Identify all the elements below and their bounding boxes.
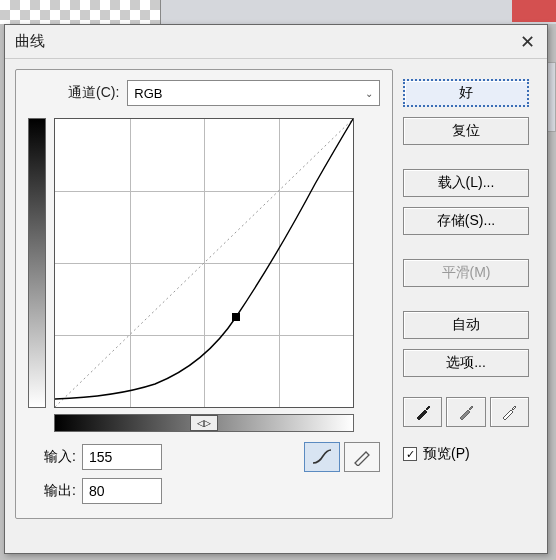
chevron-down-icon: ⌄ bbox=[365, 88, 373, 99]
curve-tool-group bbox=[304, 442, 380, 472]
preview-label: 预览(P) bbox=[423, 445, 470, 463]
svg-line-1 bbox=[366, 452, 369, 455]
curve-tool-button[interactable] bbox=[304, 442, 340, 472]
curve-control-point[interactable] bbox=[232, 313, 240, 321]
eyedropper-gray-button[interactable] bbox=[446, 397, 485, 427]
eyedropper-group bbox=[403, 397, 529, 427]
svg-line-0 bbox=[55, 119, 353, 407]
preview-row: ✓ 预览(P) bbox=[403, 445, 529, 463]
dialog-content: 通道(C): RGB ⌄ bbox=[5, 59, 547, 529]
curve-area bbox=[28, 118, 380, 408]
eyedropper-white-icon bbox=[500, 403, 518, 421]
input-field[interactable]: 155 bbox=[82, 444, 162, 470]
close-icon[interactable]: ✕ bbox=[516, 31, 539, 53]
output-value: 80 bbox=[89, 483, 105, 499]
load-button[interactable]: 载入(L)... bbox=[403, 169, 529, 197]
output-field[interactable]: 80 bbox=[82, 478, 162, 504]
eyedropper-white-button[interactable] bbox=[490, 397, 529, 427]
background-toolbar bbox=[160, 0, 556, 24]
horizontal-gradient-row: ◁▷ bbox=[54, 414, 380, 432]
vertical-gradient bbox=[28, 118, 46, 408]
curve-tool-icon bbox=[311, 448, 333, 466]
output-label: 输出: bbox=[28, 482, 76, 500]
horizontal-gradient[interactable]: ◁▷ bbox=[54, 414, 354, 432]
check-icon: ✓ bbox=[406, 448, 415, 461]
preview-checkbox[interactable]: ✓ bbox=[403, 447, 417, 461]
background-checker bbox=[0, 0, 160, 24]
channel-selected-value: RGB bbox=[134, 86, 162, 101]
eyedropper-black-button[interactable] bbox=[403, 397, 442, 427]
input-row: 输入: 155 bbox=[28, 442, 380, 472]
eyedropper-gray-icon bbox=[457, 403, 475, 421]
gradient-midpoint-handle[interactable]: ◁▷ bbox=[190, 415, 218, 431]
input-label: 输入: bbox=[28, 448, 76, 466]
pencil-icon bbox=[351, 448, 373, 466]
auto-button[interactable]: 自动 bbox=[403, 311, 529, 339]
curves-dialog: 曲线 ✕ 通道(C): RGB ⌄ bbox=[4, 24, 548, 554]
pencil-tool-button[interactable] bbox=[344, 442, 380, 472]
background-close-region bbox=[512, 0, 556, 22]
eyedropper-black-icon bbox=[414, 403, 432, 421]
smooth-button: 平滑(M) bbox=[403, 259, 529, 287]
channel-label: 通道(C): bbox=[68, 84, 119, 102]
save-button[interactable]: 存储(S)... bbox=[403, 207, 529, 235]
reset-button[interactable]: 复位 bbox=[403, 117, 529, 145]
channel-row: 通道(C): RGB ⌄ bbox=[28, 80, 380, 106]
ok-button[interactable]: 好 bbox=[403, 79, 529, 107]
curve-svg bbox=[55, 119, 353, 407]
channel-select[interactable]: RGB ⌄ bbox=[127, 80, 380, 106]
output-row: 输出: 80 bbox=[28, 478, 380, 504]
curve-graph[interactable] bbox=[54, 118, 354, 408]
button-panel: 好 复位 载入(L)... 存储(S)... 平滑(M) 自动 选项... bbox=[403, 69, 529, 519]
titlebar: 曲线 ✕ bbox=[5, 25, 547, 59]
options-button[interactable]: 选项... bbox=[403, 349, 529, 377]
input-value: 155 bbox=[89, 449, 112, 465]
dialog-title: 曲线 bbox=[15, 32, 45, 51]
curves-panel: 通道(C): RGB ⌄ bbox=[15, 69, 393, 519]
